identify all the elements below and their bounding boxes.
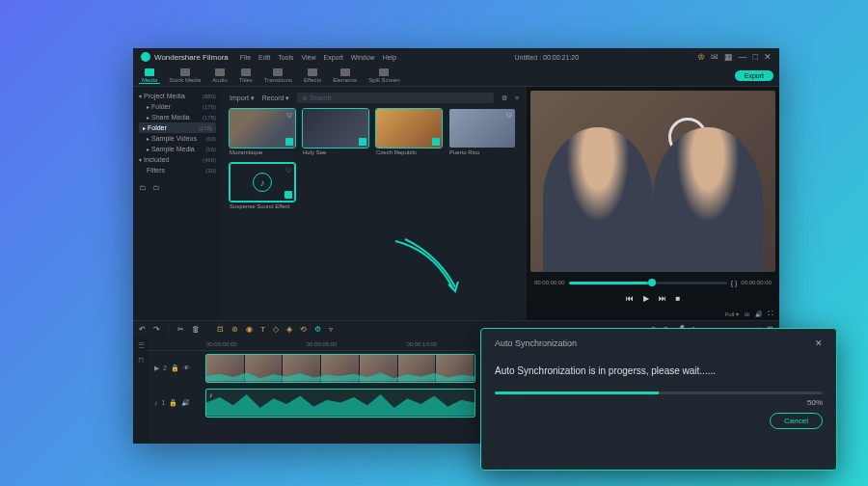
check-icon — [285, 138, 293, 146]
maximize-icon[interactable]: □ — [753, 52, 758, 62]
heart-icon[interactable]: ♡ — [286, 112, 292, 120]
menu-view[interactable]: View — [301, 54, 315, 61]
fullscreen-icon[interactable]: ⛶ — [768, 310, 773, 316]
toolbar: Media Stock Media Audio Titles Transitio… — [133, 66, 779, 87]
eye-icon[interactable]: 👁 — [183, 364, 190, 371]
sidebar-filters[interactable]: Filters(29) — [139, 165, 216, 176]
music-note-icon: ♪ — [253, 173, 272, 192]
media-item[interactable]: Czech Republic — [376, 109, 442, 155]
tab-titles[interactable]: Titles — [236, 68, 256, 83]
delete-icon[interactable]: 🗑 — [192, 325, 200, 334]
minimize-icon[interactable]: — — [739, 52, 747, 62]
new-bin-icon[interactable]: 🗀 — [152, 183, 160, 192]
mail-icon[interactable]: ✉ — [711, 52, 719, 62]
crop-icon[interactable]: ⊡ — [217, 325, 224, 334]
stop-icon[interactable]: ■ — [676, 294, 681, 303]
sidebar-item[interactable]: ▸Share Media(178) — [139, 112, 216, 122]
tab-elements[interactable]: Elements — [330, 68, 360, 83]
tab-transitions[interactable]: Transitions — [261, 68, 295, 83]
text-icon[interactable]: T — [260, 325, 265, 334]
tab-stock-media[interactable]: Stock Media — [166, 68, 203, 83]
project-title: Untitled : 00:00:21:20 — [396, 54, 697, 61]
greenscreen-icon[interactable]: ◇ — [273, 325, 279, 334]
check-icon — [359, 138, 366, 146]
heart-icon[interactable]: ♡ — [285, 167, 291, 175]
tab-split-screen[interactable]: Split Screen — [366, 68, 402, 83]
search-input[interactable]: ⌕Search — [297, 93, 494, 103]
music-note-icon: ♪ — [209, 392, 213, 398]
check-icon — [285, 191, 292, 199]
lock-icon[interactable]: 🔒 — [171, 364, 179, 372]
preview-video[interactable] — [530, 91, 775, 272]
cancel-button[interactable]: Cancel — [770, 413, 823, 429]
next-icon[interactable]: ⏭ — [659, 294, 666, 303]
media-item[interactable]: ♡Mozambique — [230, 109, 295, 155]
export-button[interactable]: Export — [735, 70, 773, 81]
sidebar-item[interactable]: ▸Sample Media(56) — [139, 144, 216, 154]
menu-file[interactable]: File — [240, 54, 251, 61]
heart-icon[interactable]: ♡ — [506, 112, 512, 120]
media-item[interactable]: Holy See — [303, 109, 368, 155]
import-dropdown[interactable]: Import ▾ — [230, 94, 255, 102]
progress-percent: 50% — [495, 398, 823, 407]
sidebar-included[interactable]: ▾Included(490) — [139, 154, 216, 165]
tab-effects[interactable]: Effects — [301, 68, 324, 83]
preview-panel: 00:00:00:00 { } 00:00:00:00 ⏮ ▶ ⏭ ■ Full… — [527, 87, 779, 320]
cut-icon[interactable]: ✂ — [177, 325, 184, 334]
record-dropdown[interactable]: Record ▾ — [262, 94, 290, 102]
filter-icon[interactable]: ⚙ — [502, 94, 507, 102]
new-folder-icon[interactable]: 🗀 — [139, 183, 147, 192]
sidebar-project-media[interactable]: ▾Project Media(889) — [139, 91, 216, 101]
scrubber-track[interactable] — [569, 282, 727, 284]
crown-icon[interactable]: ♔ — [697, 52, 705, 62]
color-icon[interactable]: ◉ — [246, 325, 253, 334]
audio-track-icon: ♪ — [154, 399, 158, 406]
lock-icon[interactable]: 🔒 — [169, 399, 177, 407]
volume-icon[interactable]: 🔊 — [755, 310, 762, 317]
keyframe-icon[interactable]: ◈ — [286, 325, 292, 334]
mute-icon[interactable]: 🔊 — [181, 399, 190, 407]
menu-edit[interactable]: Edit — [258, 54, 270, 61]
menu-export[interactable]: Export — [324, 54, 343, 61]
menu-help[interactable]: Help — [383, 54, 396, 61]
check-icon — [432, 138, 440, 146]
menu-tools[interactable]: Tools — [278, 54, 293, 61]
video-track-icon: ▶ — [154, 364, 159, 372]
prev-icon[interactable]: ⏮ — [626, 294, 634, 303]
play-icon[interactable]: ▶ — [643, 294, 649, 303]
loop-icon[interactable]: { } — [731, 280, 738, 286]
magnet-icon[interactable]: ⊓ — [138, 356, 144, 364]
quality-dropdown[interactable]: Full ▾ — [725, 310, 739, 317]
tab-media[interactable]: Media — [139, 68, 160, 84]
media-item[interactable]: ♪♡Suspense Sound Effect — [230, 163, 295, 209]
marker-icon[interactable]: ▿ — [329, 325, 333, 334]
menu-window[interactable]: Window — [351, 54, 375, 61]
timeline-side-tools: ☰ ⊓ — [133, 338, 149, 444]
grid-icon[interactable]: ▦ — [724, 52, 733, 62]
tab-audio[interactable]: Audio — [209, 68, 230, 83]
undo-icon[interactable]: ↶ — [139, 325, 146, 334]
titlebar: Wondershare Filmora File Edit Tools View… — [133, 48, 779, 66]
layers-icon[interactable]: ☰ — [138, 341, 145, 350]
dialog-title: Auto Synchronization — [495, 338, 577, 348]
speed-icon[interactable]: ⊛ — [231, 325, 238, 334]
sidebar-item-active[interactable]: ▸Folder(178) — [139, 122, 216, 133]
time-total: 00:00:00:00 — [741, 280, 772, 285]
media-item[interactable]: ♡Puerto Rico — [449, 109, 515, 155]
redo-icon[interactable]: ↷ — [153, 325, 160, 334]
sidebar-item[interactable]: ▸Folder(178) — [139, 101, 216, 112]
sidebar-item[interactable]: ▸Sample Videos(60) — [139, 133, 216, 144]
adjust-icon[interactable]: ⚙ — [314, 325, 321, 334]
video-clip[interactable] — [205, 354, 475, 383]
menu-bar: File Edit Tools View Export Window Help — [240, 54, 396, 61]
snapshot-icon[interactable]: ⊞ — [745, 310, 749, 317]
close-icon[interactable]: ✕ — [764, 52, 772, 62]
dialog-close-icon[interactable]: ✕ — [815, 338, 823, 348]
media-panel: Import ▾ Record ▾ ⌕Search ⚙ ≡ ♡Mozambiqu… — [222, 87, 527, 320]
audio-clip[interactable]: ♪ — [205, 389, 475, 418]
sort-icon[interactable]: ≡ — [515, 94, 519, 101]
sync-icon[interactable]: ⟲ — [300, 325, 307, 334]
app-name: Wondershare Filmora — [154, 53, 229, 62]
progress-bar — [495, 392, 823, 394]
dialog-message: Auto Synchronization is in progerss, ple… — [495, 365, 823, 376]
